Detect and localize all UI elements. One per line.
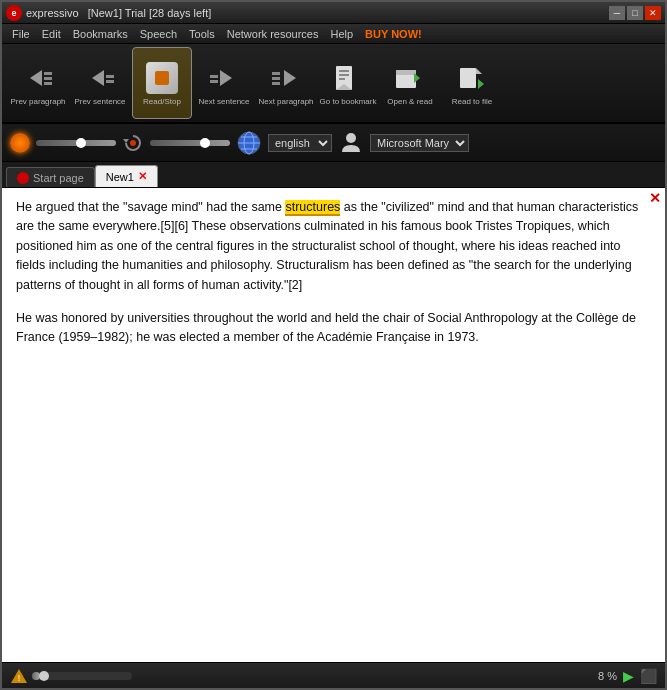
menu-file[interactable]: File: [6, 26, 36, 42]
pitch-slider[interactable]: [150, 140, 230, 146]
svg-rect-5: [106, 75, 114, 78]
svg-marker-13: [284, 70, 296, 86]
speed-slider[interactable]: [36, 140, 116, 146]
svg-point-26: [130, 140, 136, 146]
svg-rect-22: [460, 68, 476, 88]
svg-marker-21: [414, 73, 420, 83]
next-paragraph-button[interactable]: Next paragraph: [256, 47, 316, 119]
status-warning-icon: !: [10, 667, 28, 685]
read-to-file-icon: [454, 60, 490, 96]
prev-sentence-button[interactable]: Prev sentence: [70, 47, 130, 119]
voice-person-icon: [338, 130, 364, 156]
monitor-icon: ⬛: [640, 668, 657, 684]
next-paragraph-icon: [268, 60, 304, 96]
window-controls: ─ □ ✕: [609, 6, 661, 20]
svg-rect-1: [44, 72, 52, 75]
tab-bar: Start page New1 ✕: [2, 162, 665, 188]
new1-tab-label: New1: [106, 171, 134, 183]
buy-now-link[interactable]: BUY NOW!: [359, 26, 428, 42]
svg-rect-10: [272, 72, 280, 75]
prev-paragraph-label: Prev paragraph: [10, 98, 65, 107]
voice-select[interactable]: Microsoft Mary Microsoft Sam Microsoft M…: [370, 134, 469, 152]
open-read-icon: [392, 60, 428, 96]
start-tab-label: Start page: [33, 172, 84, 184]
next-sentence-label: Next sentence: [198, 98, 249, 107]
svg-rect-17: [339, 74, 349, 76]
prev-sentence-icon: [82, 60, 118, 96]
window-title: [New1] Trial [28 days left]: [88, 7, 212, 19]
prev-paragraph-icon: [20, 60, 56, 96]
svg-rect-11: [272, 77, 280, 80]
language-select[interactable]: english spanish french: [268, 134, 332, 152]
read-stop-button[interactable]: Read/Stop: [132, 47, 192, 119]
read-to-file-label: Read to file: [452, 98, 492, 107]
play-button-status[interactable]: ▶: [623, 668, 634, 684]
menu-speech[interactable]: Speech: [134, 26, 183, 42]
svg-rect-12: [272, 82, 280, 85]
paragraph-2: He was honored by universities throughou…: [16, 309, 651, 348]
menu-bookmarks[interactable]: Bookmarks: [67, 26, 134, 42]
svg-rect-16: [339, 70, 349, 72]
svg-marker-23: [476, 68, 482, 74]
svg-rect-2: [44, 77, 52, 80]
menu-help[interactable]: Help: [324, 26, 359, 42]
menu-bar: File Edit Bookmarks Speech Tools Network…: [2, 24, 665, 44]
start-tab-icon: [17, 172, 29, 184]
read-stop-label: Read/Stop: [143, 98, 181, 107]
minimize-button[interactable]: ─: [609, 6, 625, 20]
next-sentence-button[interactable]: Next sentence: [194, 47, 254, 119]
menu-tools[interactable]: Tools: [183, 26, 221, 42]
status-bar: ! 8 % ▶ ⬛: [2, 662, 665, 688]
paragraph-1: He argued that the "savage mind" had the…: [16, 198, 651, 295]
maximize-button[interactable]: □: [627, 6, 643, 20]
close-content-button[interactable]: ✕: [649, 190, 661, 206]
goto-bookmark-icon: [330, 60, 366, 96]
tab-close-icon[interactable]: ✕: [138, 170, 147, 183]
secondary-toolbar: english spanish french Microsoft Mary Mi…: [2, 124, 665, 162]
goto-bookmark-button[interactable]: Go to bookmark: [318, 47, 378, 119]
title-text: expressivo [New1] Trial [28 days left]: [26, 7, 211, 19]
status-left: !: [10, 667, 132, 685]
svg-rect-7: [210, 75, 218, 78]
read-to-file-button[interactable]: Read to file: [442, 47, 502, 119]
svg-marker-0: [30, 70, 42, 86]
content-area: ✕ He argued that the "savage mind" had t…: [2, 188, 665, 662]
open-read-button[interactable]: Open & read: [380, 47, 440, 119]
svg-rect-8: [210, 80, 218, 83]
highlighted-word: structures: [285, 200, 340, 216]
svg-text:!: !: [18, 673, 21, 683]
svg-rect-3: [44, 82, 52, 85]
content-scroll[interactable]: He argued that the "savage mind" had the…: [2, 188, 665, 662]
svg-rect-6: [106, 80, 114, 83]
globe-icon: [236, 130, 262, 156]
title-bar-left: e expressivo [New1] Trial [28 days left]: [6, 5, 211, 21]
read-stop-icon: [144, 60, 180, 96]
svg-rect-20: [396, 70, 416, 75]
svg-point-32: [346, 133, 356, 143]
svg-marker-24: [478, 79, 484, 89]
start-tab[interactable]: Start page: [6, 167, 95, 187]
main-toolbar: Prev paragraph Prev sentence Read/Stop: [2, 44, 665, 124]
new1-tab[interactable]: New1 ✕: [95, 165, 158, 187]
menu-edit[interactable]: Edit: [36, 26, 67, 42]
app-name: expressivo: [26, 7, 79, 19]
prev-paragraph-button[interactable]: Prev paragraph: [8, 47, 68, 119]
title-bar: e expressivo [New1] Trial [28 days left]…: [2, 2, 665, 24]
svg-rect-18: [339, 78, 345, 80]
svg-marker-9: [220, 70, 232, 86]
progress-bar[interactable]: [32, 672, 132, 680]
progress-percent: 8 %: [598, 670, 617, 682]
status-right: 8 % ▶ ⬛: [598, 668, 657, 684]
sun-icon: [10, 133, 30, 153]
next-paragraph-label: Next paragraph: [258, 98, 313, 107]
replay-icon[interactable]: [122, 132, 144, 154]
open-read-label: Open & read: [387, 98, 432, 107]
app-icon: e: [6, 5, 22, 21]
goto-bookmark-label: Go to bookmark: [320, 98, 377, 107]
next-sentence-icon: [206, 60, 242, 96]
progress-thumb: [39, 671, 49, 681]
svg-marker-25: [123, 139, 129, 143]
svg-marker-4: [92, 70, 104, 86]
menu-network-resources[interactable]: Network resources: [221, 26, 325, 42]
close-button[interactable]: ✕: [645, 6, 661, 20]
